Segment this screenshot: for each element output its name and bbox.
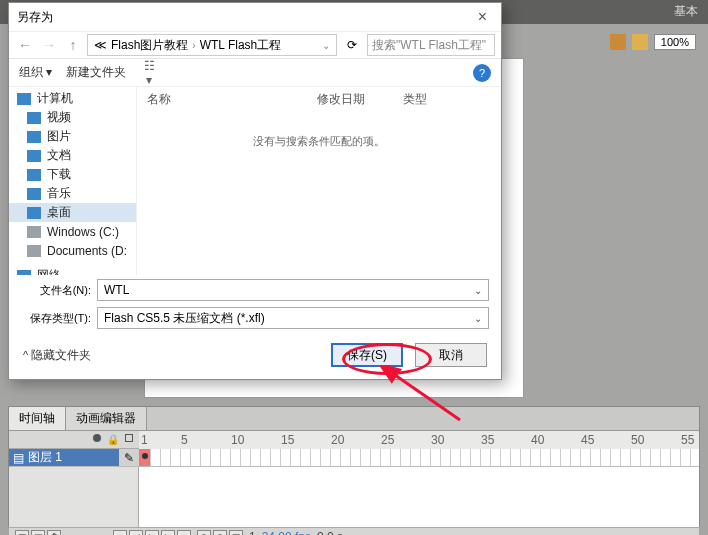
timeline-footer: ▦ ▣ 🗑 ⏮ ◀ ▶ ▶ ⏭ ◐ ◑ ▦ 1 24.00 fps 0.0 s bbox=[9, 527, 699, 535]
folder-icon bbox=[27, 112, 41, 124]
sidebar-item-desktop[interactable]: 桌面 bbox=[9, 203, 136, 222]
layer-row[interactable]: ▤ 图层 1 bbox=[9, 449, 119, 466]
sidebar-item-docs[interactable]: 文档 bbox=[9, 146, 136, 165]
onion-outline-button[interactable]: ◑ bbox=[213, 530, 227, 536]
search-input[interactable]: 搜索"WTL Flash工程" bbox=[367, 34, 495, 56]
breadcrumb-drive-icon: ≪ bbox=[94, 38, 107, 52]
new-layer-button[interactable]: ▦ bbox=[15, 530, 29, 536]
tool-icon-b[interactable] bbox=[632, 34, 648, 50]
view-options-button[interactable]: ☷ ▾ bbox=[140, 59, 158, 87]
save-button[interactable]: 保存(S) bbox=[331, 343, 403, 367]
prev-frame-button[interactable]: ◀ bbox=[129, 530, 143, 536]
layer-label: 图层 1 bbox=[28, 449, 62, 466]
outline-icon[interactable] bbox=[125, 434, 133, 442]
empty-message: 没有与搜索条件匹配的项。 bbox=[137, 134, 501, 149]
sidebar-item-d-drive[interactable]: Documents (D: bbox=[9, 241, 136, 260]
timeline-panel: 时间轴 动画编辑器 🔒 1 5 10 15 20 25 30 35 40 45 … bbox=[8, 406, 700, 527]
sidebar-item-music[interactable]: 音乐 bbox=[9, 184, 136, 203]
drive-icon bbox=[27, 245, 41, 257]
close-icon[interactable]: × bbox=[472, 8, 493, 26]
sidebar-item-c-drive[interactable]: Windows (C:) bbox=[9, 222, 136, 241]
save-as-dialog: 另存为 × ← → ↑ ≪ Flash图片教程 › WTL Flash工程 ⌄ … bbox=[8, 2, 502, 380]
last-frame-button[interactable]: ⏭ bbox=[177, 530, 191, 536]
new-folder-button[interactable]: 新建文件夹 bbox=[66, 64, 126, 81]
svg-line-0 bbox=[392, 373, 460, 420]
breadcrumb[interactable]: ≪ Flash图片教程 › WTL Flash工程 ⌄ bbox=[87, 34, 337, 56]
sidebar-item-pictures[interactable]: 图片 bbox=[9, 127, 136, 146]
first-frame-button[interactable]: ⏮ bbox=[113, 530, 127, 536]
hide-folders-toggle[interactable]: ^ 隐藏文件夹 bbox=[23, 347, 91, 364]
lock-icon[interactable]: 🔒 bbox=[107, 434, 119, 445]
drive-icon bbox=[27, 226, 41, 238]
current-frame: 1 bbox=[249, 530, 256, 536]
annotation-arrow bbox=[380, 365, 470, 425]
tab-anim-editor[interactable]: 动画编辑器 bbox=[66, 407, 147, 430]
dialog-title: 另存为 bbox=[17, 9, 53, 26]
sidebar-item-downloads[interactable]: 下载 bbox=[9, 165, 136, 184]
time-display: 0.0 s bbox=[317, 530, 343, 536]
filename-input[interactable]: WTL⌄ bbox=[97, 279, 489, 301]
file-list[interactable]: 名称 修改日期 类型 没有与搜索条件匹配的项。 bbox=[137, 87, 501, 275]
folder-icon bbox=[27, 207, 41, 219]
column-date[interactable]: 修改日期 bbox=[317, 91, 403, 108]
folder-icon bbox=[27, 169, 41, 181]
column-type[interactable]: 类型 bbox=[403, 91, 427, 108]
play-button[interactable]: ▶ bbox=[145, 530, 159, 536]
chevron-down-icon[interactable]: ⌄ bbox=[474, 313, 482, 324]
keyframe-1[interactable] bbox=[142, 453, 148, 459]
column-name[interactable]: 名称 bbox=[147, 91, 317, 108]
folder-icon bbox=[27, 150, 41, 162]
monitor-icon bbox=[17, 93, 31, 105]
fps-display: 24.00 fps bbox=[262, 530, 311, 536]
folder-icon bbox=[27, 131, 41, 143]
chevron-down-icon[interactable]: ⌄ bbox=[322, 40, 330, 51]
chevron-right-icon: › bbox=[192, 40, 195, 51]
document-toolbar: 100% bbox=[610, 34, 696, 50]
back-button[interactable]: ← bbox=[15, 35, 35, 55]
basic-button[interactable]: 基本 bbox=[674, 3, 698, 20]
forward-button[interactable]: → bbox=[39, 35, 59, 55]
layer-pencil-icon[interactable]: ✎ bbox=[119, 451, 139, 465]
help-icon[interactable]: ? bbox=[473, 64, 491, 82]
filetype-select[interactable]: Flash CS5.5 未压缩文档 (*.xfl)⌄ bbox=[97, 307, 489, 329]
edit-mult-button[interactable]: ▦ bbox=[229, 530, 243, 536]
tool-icon-a[interactable] bbox=[610, 34, 626, 50]
delete-layer-button[interactable]: 🗑 bbox=[47, 530, 61, 536]
filename-label: 文件名(N): bbox=[21, 283, 97, 298]
organize-button[interactable]: 组织 ▾ bbox=[19, 64, 52, 81]
layer-icon: ▤ bbox=[13, 451, 24, 465]
onion-button[interactable]: ◐ bbox=[197, 530, 211, 536]
zoom-value[interactable]: 100% bbox=[654, 34, 696, 50]
up-button[interactable]: ↑ bbox=[63, 35, 83, 55]
cancel-button[interactable]: 取消 bbox=[415, 343, 487, 367]
next-frame-button[interactable]: ▶ bbox=[161, 530, 175, 536]
sidebar-item-video[interactable]: 视频 bbox=[9, 108, 136, 127]
tab-timeline[interactable]: 时间轴 bbox=[9, 407, 66, 430]
sidebar-computer[interactable]: 计算机 bbox=[9, 89, 136, 108]
sidebar-network[interactable]: 网络 bbox=[9, 266, 136, 275]
refresh-button[interactable]: ⟳ bbox=[341, 38, 363, 52]
folder-icon bbox=[27, 188, 41, 200]
network-icon bbox=[17, 270, 31, 276]
sidebar: 计算机 视频 图片 文档 下载 音乐 桌面 Windows (C:) Docum… bbox=[9, 87, 137, 275]
new-folder-button[interactable]: ▣ bbox=[31, 530, 45, 536]
frame-ruler[interactable]: 1 5 10 15 20 25 30 35 40 45 50 55 bbox=[139, 431, 699, 449]
chevron-down-icon[interactable]: ⌄ bbox=[474, 285, 482, 296]
visibility-icon[interactable] bbox=[93, 434, 101, 442]
filetype-label: 保存类型(T): bbox=[21, 311, 97, 326]
frames-area[interactable] bbox=[139, 449, 699, 466]
